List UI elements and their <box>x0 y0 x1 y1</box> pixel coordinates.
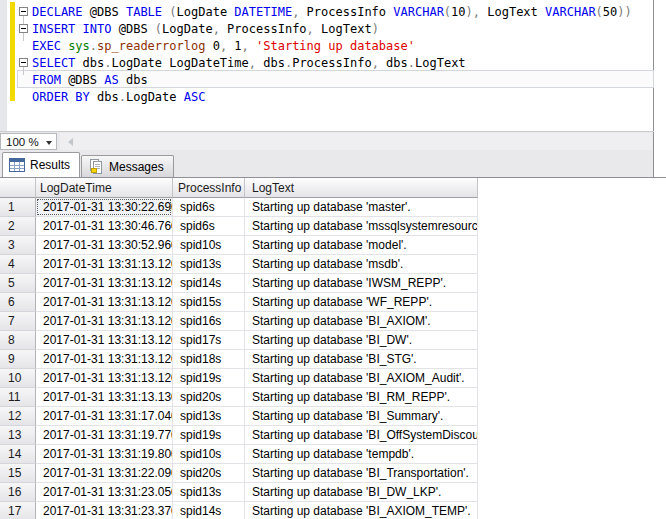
cell-logtext[interactable]: Starting up database 'BI_RM_REPP'. <box>245 388 478 407</box>
sql-editor[interactable]: DECLARE @DBS TABLE (LogDate DATETIME, Pr… <box>0 0 654 131</box>
row-number-cell[interactable]: 5 <box>0 274 36 293</box>
code-lines: DECLARE @DBS TABLE (LogDate DATETIME, Pr… <box>19 3 632 105</box>
row-number-cell[interactable]: 12 <box>0 407 36 426</box>
zoom-level-combo[interactable]: 100 % <box>0 133 57 150</box>
cell-logdatetime[interactable]: 2017-01-31 13:31:13.120 <box>36 255 173 274</box>
table-row: 12017-01-31 13:30:22.690spid6sStarting u… <box>0 198 666 217</box>
cell-processinfo[interactable]: spid13s <box>173 255 245 274</box>
tab-results[interactable]: Results <box>2 152 80 177</box>
cell-logdatetime[interactable]: 2017-01-31 13:31:13.120 <box>36 350 173 369</box>
cell-processinfo[interactable]: spid6s <box>173 198 245 217</box>
cell-logtext[interactable]: Starting up database 'BI_Transportation'… <box>245 464 478 483</box>
results-grid-icon <box>9 157 25 173</box>
cell-logdatetime[interactable]: 2017-01-31 13:30:46.760 <box>36 217 173 236</box>
row-number-cell[interactable]: 17 <box>0 502 36 519</box>
cell-logdatetime[interactable]: 2017-01-31 13:31:19.800 <box>36 445 173 464</box>
row-number-cell[interactable]: 14 <box>0 445 36 464</box>
zoom-level-value: 100 % <box>6 136 39 148</box>
row-number-cell[interactable]: 8 <box>0 331 36 350</box>
row-number-cell[interactable]: 1 <box>0 198 36 217</box>
cell-logtext[interactable]: Starting up database 'BI_Summary'. <box>245 407 478 426</box>
code-token: LogDate LogDateTime <box>112 56 249 70</box>
cell-logtext[interactable]: Starting up database 'BI_DW_LKP'. <box>245 483 478 502</box>
collapse-minus-icon[interactable] <box>19 7 28 16</box>
cell-logtext[interactable]: Starting up database 'master'. <box>245 198 478 217</box>
cell-processinfo[interactable]: spid19s <box>173 369 245 388</box>
code-token: ) <box>625 5 632 19</box>
row-number-cell[interactable]: 15 <box>0 464 36 483</box>
cell-processinfo[interactable]: spid10s <box>173 236 245 255</box>
code-token: FROM <box>32 73 68 87</box>
select-all-corner-cell[interactable] <box>0 178 36 198</box>
editor-hscrollbar[interactable] <box>60 133 652 150</box>
cell-processinfo[interactable]: spid17s <box>173 331 245 350</box>
cell-processinfo[interactable]: spid14s <box>173 502 245 519</box>
code-line: INSERT INTO @DBS (LogDate, ProcessInfo, … <box>19 20 632 37</box>
cell-logtext[interactable]: Starting up database 'model'. <box>245 236 478 255</box>
cell-logdatetime[interactable]: 2017-01-31 13:31:13.120 <box>36 369 173 388</box>
tab-label: Messages <box>109 160 164 174</box>
cell-logtext[interactable]: Starting up database 'BI_DW'. <box>245 331 478 350</box>
row-number-cell[interactable]: 10 <box>0 369 36 388</box>
cell-processinfo[interactable]: spid6s <box>173 217 245 236</box>
cell-logtext[interactable]: Starting up database 'BI_AXIOM_Audit'. <box>245 369 478 388</box>
results-grid: LogDateTime ProcessInfo LogText 12017-01… <box>0 177 666 519</box>
row-number-cell[interactable]: 3 <box>0 236 36 255</box>
cell-logdatetime[interactable]: 2017-01-31 13:31:13.120 <box>36 293 173 312</box>
table-row: 172017-01-31 13:31:23.370spid14sStarting… <box>0 502 666 519</box>
column-header-logtext[interactable]: LogText <box>245 178 478 198</box>
cell-processinfo[interactable]: spid13s <box>173 483 245 502</box>
table-row: 92017-01-31 13:31:13.120spid18sStarting … <box>0 350 666 369</box>
cell-processinfo[interactable]: spid18s <box>173 350 245 369</box>
cell-logtext[interactable]: Starting up database 'IWSM_REPP'. <box>245 274 478 293</box>
cell-logdatetime[interactable]: 2017-01-31 13:31:23.050 <box>36 483 173 502</box>
cell-logtext[interactable]: Starting up database 'tempdb'. <box>245 445 478 464</box>
cell-processinfo[interactable]: spid20s <box>173 388 245 407</box>
cell-processinfo[interactable]: spid13s <box>173 407 245 426</box>
cell-logtext[interactable]: Starting up database 'msdb'. <box>245 255 478 274</box>
column-header-processinfo[interactable]: ProcessInfo <box>173 178 245 198</box>
collapse-minus-icon[interactable] <box>19 24 28 33</box>
cell-logdatetime[interactable]: 2017-01-31 13:31:13.120 <box>36 274 173 293</box>
cell-processinfo[interactable]: spid15s <box>173 293 245 312</box>
column-header-logdatetime[interactable]: LogDateTime <box>36 178 173 198</box>
cell-logtext[interactable]: Starting up database 'BI_AXIOM'. <box>245 312 478 331</box>
row-number-cell[interactable]: 13 <box>0 426 36 445</box>
cell-logdatetime[interactable]: 2017-01-31 13:31:22.090 <box>36 464 173 483</box>
row-number-cell[interactable]: 16 <box>0 483 36 502</box>
row-number-cell[interactable]: 7 <box>0 312 36 331</box>
cell-logtext[interactable]: Starting up database 'mssqlsystemresourc… <box>245 217 478 236</box>
code-token: ) <box>372 22 379 36</box>
collapse-minus-icon[interactable] <box>19 58 28 67</box>
cell-processinfo[interactable]: spid16s <box>173 312 245 331</box>
cell-processinfo[interactable]: spid10s <box>173 445 245 464</box>
hscroll-left-button[interactable] <box>62 133 78 150</box>
row-number-cell[interactable]: 11 <box>0 388 36 407</box>
cell-logdatetime[interactable]: 2017-01-31 13:31:13.120 <box>36 331 173 350</box>
cell-logtext[interactable]: Starting up database 'BI_OffSystemDiscou… <box>245 426 478 445</box>
row-number-cell[interactable]: 9 <box>0 350 36 369</box>
results-tabstrip: Results Messages <box>0 151 654 177</box>
selected-cell[interactable]: 2017-01-31 13:30:22.690 <box>36 198 173 217</box>
cell-logdatetime[interactable]: 2017-01-31 13:31:17.040 <box>36 407 173 426</box>
cell-processinfo[interactable]: spid14s <box>173 274 245 293</box>
cell-logdatetime[interactable]: 2017-01-31 13:30:52.960 <box>36 236 173 255</box>
cell-logdatetime[interactable]: 2017-01-31 13:31:23.370 <box>36 502 173 519</box>
code-token: INSERT INTO <box>32 22 111 36</box>
code-token: LogText <box>487 5 545 19</box>
code-token: , <box>292 5 306 19</box>
code-token: ORDER BY <box>32 90 97 104</box>
row-number-cell[interactable]: 2 <box>0 217 36 236</box>
cell-logtext[interactable]: Starting up database 'WF_REPP'. <box>245 293 478 312</box>
cell-logtext[interactable]: Starting up database 'BI_STG'. <box>245 350 478 369</box>
row-number-cell[interactable]: 6 <box>0 293 36 312</box>
editor-indicator-margin <box>0 0 7 131</box>
cell-logdatetime[interactable]: 2017-01-31 13:31:19.770 <box>36 426 173 445</box>
cell-processinfo[interactable]: spid19s <box>173 426 245 445</box>
row-number-cell[interactable]: 4 <box>0 255 36 274</box>
cell-logdatetime[interactable]: 2017-01-31 13:31:13.120 <box>36 312 173 331</box>
tab-messages[interactable]: Messages <box>81 155 174 177</box>
cell-logdatetime[interactable]: 2017-01-31 13:31:13.130 <box>36 388 173 407</box>
cell-logtext[interactable]: Starting up database 'BI_AXIOM_TEMP'. <box>245 502 478 519</box>
cell-processinfo[interactable]: spid20s <box>173 464 245 483</box>
